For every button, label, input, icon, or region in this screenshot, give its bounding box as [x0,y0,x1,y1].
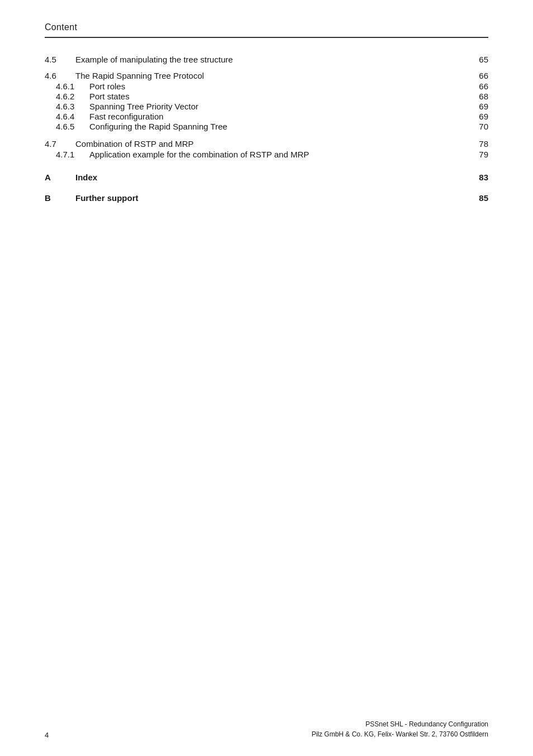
toc-page-b: 85 [469,193,488,203]
toc-num-4-6-1: 4.6.1 [45,82,89,91]
footer-info: PSSnet SHL - Redundancy Configuration Pi… [312,719,488,739]
toc-num-4-7-1: 4.7.1 [45,150,89,159]
footer-product-line2: Pilz GmbH & Co. KG, Felix- Wankel Str. 2… [312,729,488,739]
toc-page-4-6-5: 70 [469,122,488,131]
toc-page-a: 83 [469,173,488,182]
list-item: 4.6.5 Configuring the Rapid Spanning Tre… [45,122,488,131]
toc-label-b: Further support [75,193,469,203]
list-item: A Index 83 [45,173,488,182]
toc-page-4-6-3: 69 [469,102,488,111]
toc-content: 4.5 Example of manipulating the tree str… [45,55,488,203]
toc-label-4-6-2: Port states [89,92,469,101]
toc-num-4-6: 4.6 [45,71,75,80]
toc-num-4-6-3: 4.6.3 [45,102,89,111]
list-item: 4.7 Combination of RSTP and MRP 78 [45,139,488,149]
toc-label-4-6-5: Configuring the Rapid Spanning Tree [89,122,469,131]
toc-num-4-6-5: 4.6.5 [45,122,89,131]
list-item: 4.6.4 Fast reconfiguration 69 [45,112,488,121]
toc-page-4-6-4: 69 [469,112,488,121]
list-item: 4.6.1 Port roles 66 [45,82,488,91]
toc-num-4-6-2: 4.6.2 [45,92,89,101]
toc-num-4-6-4: 4.6.4 [45,112,89,121]
list-item: 4.6 The Rapid Spanning Tree Protocol 66 [45,71,488,80]
toc-page-4-5: 65 [469,55,488,64]
toc-label-4-7: Combination of RSTP and MRP [75,139,469,149]
toc-page-4-7-1: 79 [469,150,488,159]
toc-label-4-6-4: Fast reconfiguration [89,112,469,121]
toc-label-4-6: The Rapid Spanning Tree Protocol [75,71,469,80]
toc-page-4-6-1: 66 [469,82,488,91]
toc-label-a: Index [75,173,469,182]
list-item: B Further support 85 [45,193,488,203]
page: Content 4.5 Example of manipulating the … [0,0,533,756]
toc-num-b: B [45,193,75,203]
toc-page-4-6-2: 68 [469,92,488,101]
toc-page-4-6: 66 [469,71,488,80]
toc-num-4-7: 4.7 [45,139,75,149]
toc-label-4-6-3: Spanning Tree Priority Vector [89,102,469,111]
header-section: Content [45,22,488,38]
toc-num-a: A [45,173,75,182]
list-item: 4.7.1 Application example for the combin… [45,150,488,159]
toc-label-4-7-1: Application example for the combination … [89,150,469,159]
toc-num-4-5: 4.5 [45,55,75,64]
toc-page-4-7: 78 [469,139,488,149]
list-item: 4.6.2 Port states 68 [45,92,488,101]
list-item: 4.5 Example of manipulating the tree str… [45,55,488,64]
footer-page-number: 4 [45,731,49,739]
toc-label-4-5: Example of manipulating the tree structu… [75,55,469,64]
list-item: 4.6.3 Spanning Tree Priority Vector 69 [45,102,488,111]
toc-label-4-6-1: Port roles [89,82,469,91]
footer: 4 PSSnet SHL - Redundancy Configuration … [45,719,488,739]
footer-product-line1: PSSnet SHL - Redundancy Configuration [312,719,488,729]
header-title: Content [45,22,77,32]
